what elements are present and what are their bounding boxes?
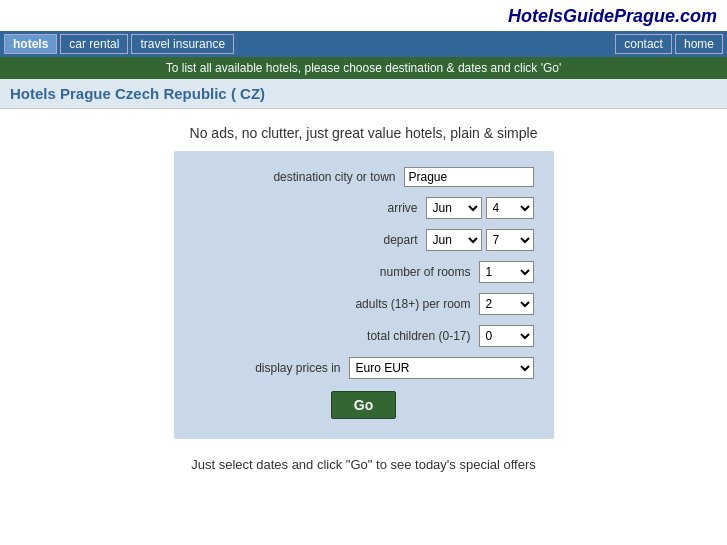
- currency-field: Euro EUR British Pound GBP US Dollar USD…: [349, 357, 534, 379]
- header: HotelsGuidePrague.com: [0, 0, 727, 31]
- arrive-row: arrive JanFebMarAprMayJunJulAugSepOctNov…: [194, 197, 534, 219]
- currency-label: display prices in: [181, 361, 341, 375]
- currency-row: display prices in Euro EUR British Pound…: [194, 357, 534, 379]
- rooms-label: number of rooms: [311, 265, 471, 279]
- nav-right: contact home: [615, 34, 723, 54]
- rooms-select[interactable]: 12345678: [479, 261, 534, 283]
- nav-car-rental[interactable]: car rental: [60, 34, 128, 54]
- info-bar: To list all available hotels, please cho…: [0, 57, 727, 79]
- go-button[interactable]: Go: [331, 391, 396, 419]
- depart-field: JanFebMarAprMayJunJulAugSepOctNovDec 123…: [426, 229, 534, 251]
- page-title-bar: Hotels Prague Czech Republic ( CZ): [0, 79, 727, 109]
- arrive-day-select[interactable]: 1234567891011121314151617181920212223242…: [486, 197, 534, 219]
- destination-label: destination city or town: [236, 170, 396, 184]
- nav-travel-insurance[interactable]: travel insurance: [131, 34, 234, 54]
- destination-input[interactable]: [404, 167, 534, 187]
- arrive-field: JanFebMarAprMayJunJulAugSepOctNovDec 123…: [426, 197, 534, 219]
- nav-hotels[interactable]: hotels: [4, 34, 57, 54]
- adults-label: adults (18+) per room: [311, 297, 471, 311]
- rooms-row: number of rooms 12345678: [194, 261, 534, 283]
- arrive-label: arrive: [258, 201, 418, 215]
- depart-day-select[interactable]: 1234567891011121314151617181920212223242…: [486, 229, 534, 251]
- depart-label: depart: [258, 233, 418, 247]
- children-row: total children (0-17) 012345678: [194, 325, 534, 347]
- tagline-text: No ads, no clutter, just great value hot…: [190, 125, 538, 141]
- bottom-tagline: Just select dates and click "Go" to see …: [0, 439, 727, 482]
- nav-contact[interactable]: contact: [615, 34, 672, 54]
- depart-row: depart JanFebMarAprMayJunJulAugSepOctNov…: [194, 229, 534, 251]
- page-title: Hotels Prague Czech Republic ( CZ): [10, 85, 265, 102]
- bottom-tagline-text: Just select dates and click "Go" to see …: [191, 457, 536, 472]
- depart-month-select[interactable]: JanFebMarAprMayJunJulAugSepOctNovDec: [426, 229, 482, 251]
- go-btn-row: Go: [194, 391, 534, 419]
- currency-select[interactable]: Euro EUR British Pound GBP US Dollar USD…: [349, 357, 534, 379]
- adults-select[interactable]: 12345678: [479, 293, 534, 315]
- destination-field: [404, 167, 534, 187]
- form-container: destination city or town arrive JanFebMa…: [174, 151, 554, 439]
- site-title: HotelsGuidePrague.com: [508, 6, 717, 26]
- nav-home[interactable]: home: [675, 34, 723, 54]
- children-field: 012345678: [479, 325, 534, 347]
- rooms-field: 12345678: [479, 261, 534, 283]
- children-label: total children (0-17): [311, 329, 471, 343]
- nav-left: hotels car rental travel insurance: [4, 34, 612, 54]
- info-bar-text: To list all available hotels, please cho…: [166, 61, 561, 75]
- adults-row: adults (18+) per room 12345678: [194, 293, 534, 315]
- destination-row: destination city or town: [194, 167, 534, 187]
- arrive-month-select[interactable]: JanFebMarAprMayJunJulAugSepOctNovDec: [426, 197, 482, 219]
- children-select[interactable]: 012345678: [479, 325, 534, 347]
- tagline: No ads, no clutter, just great value hot…: [0, 109, 727, 151]
- nav-bar: hotels car rental travel insurance conta…: [0, 31, 727, 57]
- adults-field: 12345678: [479, 293, 534, 315]
